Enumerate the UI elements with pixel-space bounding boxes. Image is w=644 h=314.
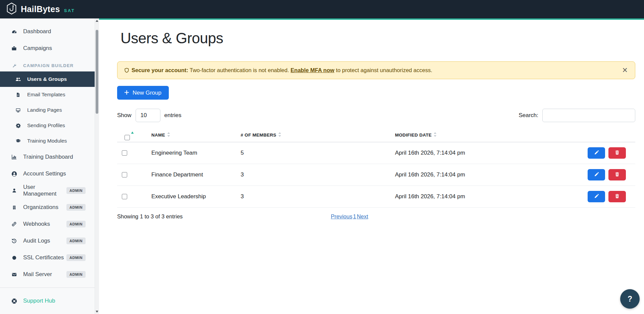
group-name: Executive Leadership: [147, 193, 236, 200]
page-title: Users & Groups: [120, 30, 635, 47]
users-icon: [14, 76, 22, 82]
sidebar-item-ssl-certificates[interactable]: SSL CertificatesADMIN: [0, 249, 99, 266]
mfa-warning-banner: Secure your account: Two-factor authenti…: [117, 61, 635, 79]
sidebar-item-label: User Management: [23, 184, 66, 197]
entries-count-input[interactable]: [136, 109, 160, 122]
edit-button[interactable]: [588, 191, 605, 202]
admin-badge: ADMIN: [66, 204, 86, 211]
member-count: 3: [236, 171, 390, 178]
sidebar-item-label: Campaigns: [23, 45, 52, 52]
wrench-icon: [10, 63, 18, 68]
column-header-members[interactable]: # OF MEMBERS: [236, 132, 390, 138]
modified-date: April 16th 2026, 7:14:04 pm: [390, 193, 578, 200]
sidebar-item-audit-logs[interactable]: Audit LogsADMIN: [0, 232, 99, 249]
sort-up-active-icon: [131, 130, 134, 135]
sidebar-item-label: Training Modules: [27, 138, 67, 144]
sidebar-item-sending-profiles[interactable]: Sending Profiles: [0, 118, 99, 133]
sidebar-item-support-hub[interactable]: Support Hub: [0, 293, 99, 309]
delete-button[interactable]: [608, 169, 626, 180]
delete-button[interactable]: [608, 191, 626, 202]
sidebar-nav: DashboardCampaignsCAMPAIGN BUILDERUsers …: [0, 23, 99, 314]
select-all-checkbox[interactable]: [125, 135, 130, 140]
sidebar-item-dashboard[interactable]: Dashboard: [0, 23, 99, 40]
sidebar-item-label: Audit Logs: [23, 238, 50, 244]
pencil-icon: [594, 150, 599, 156]
new-group-button[interactable]: New Group: [117, 86, 169, 100]
sidebar-scrollbar[interactable]: [95, 18, 99, 314]
pagination-1[interactable]: 1: [353, 213, 356, 220]
member-count: 5: [236, 150, 390, 156]
enable-mfa-link[interactable]: Enable MFA now: [291, 67, 334, 73]
sidebar-item-email-templates[interactable]: Email Templates: [0, 87, 99, 102]
edit-button[interactable]: [588, 147, 605, 159]
scrollbar-thumb[interactable]: [96, 30, 98, 114]
bar-chart-icon: [10, 154, 18, 160]
column-header-modified[interactable]: MODIFIED DATE: [390, 132, 578, 138]
sidebar: DashboardCampaignsCAMPAIGN BUILDERUsers …: [0, 18, 99, 314]
groups-table: NAME # OF MEMBERS MODIFIED DATE Engineer…: [117, 128, 635, 208]
sidebar-item-start-tutorial[interactable]: Start Tutorial: [0, 309, 99, 314]
sidebar-item-label: Account Settings: [23, 170, 66, 177]
trash-icon: [615, 194, 620, 200]
sidebar-item-label: Training Dashboard: [23, 154, 73, 160]
pagination-previous[interactable]: Previous: [331, 213, 352, 220]
edit-button[interactable]: [588, 169, 605, 180]
brand-suffix: SAT: [64, 8, 75, 13]
scrollbar-down-arrow-icon[interactable]: [95, 309, 99, 314]
modified-date: April 16th 2026, 7:14:04 pm: [390, 150, 578, 156]
sidebar-item-users-groups[interactable]: Users & Groups: [0, 71, 99, 87]
sidebar-item-webhooks[interactable]: WebhooksADMIN: [0, 216, 99, 232]
gear-icon: [14, 123, 22, 128]
sidebar-item-landing-pages[interactable]: Landing Pages: [0, 102, 99, 118]
sidebar-item-organizations[interactable]: OrganizationsADMIN: [0, 199, 99, 216]
sidebar-item-label: Email Templates: [27, 92, 65, 98]
sidebar-item-campaigns[interactable]: Campaigns: [0, 40, 99, 57]
sidebar-item-training-dashboard[interactable]: Training Dashboard: [0, 149, 99, 165]
brand-logo[interactable]: HailBytes SAT: [6, 2, 75, 16]
delete-button[interactable]: [608, 147, 626, 159]
file-icon: [14, 92, 22, 97]
hailbytes-hexagon-hook-icon: [6, 2, 17, 16]
admin-badge: ADMIN: [66, 271, 86, 278]
table-footer: Showing 1 to 3 of 3 entries Previous1Nex…: [117, 213, 635, 220]
admin-badge: ADMIN: [66, 221, 86, 227]
building-icon: [10, 205, 18, 210]
alert-text: Secure your account: Two-factor authenti…: [132, 67, 432, 73]
table-row: Finance Department3April 16th 2026, 7:14…: [117, 164, 635, 186]
help-button[interactable]: ?: [620, 289, 640, 309]
row-checkbox[interactable]: [122, 172, 127, 177]
scrollbar-up-arrow-icon[interactable]: [95, 18, 99, 23]
search-input[interactable]: [542, 109, 635, 122]
sidebar-item-label: Users & Groups: [27, 76, 67, 82]
row-checkbox[interactable]: [122, 194, 127, 199]
close-icon[interactable]: ×: [620, 66, 630, 75]
sidebar-item-label: Organizations: [23, 204, 58, 211]
envelope-icon: [10, 272, 18, 277]
table-controls: Show entries Search:: [117, 109, 635, 122]
sidebar-item-label: Support Hub: [23, 298, 55, 304]
sidebar-item-account-settings[interactable]: Account Settings: [0, 165, 99, 182]
group-name: Finance Department: [147, 171, 236, 178]
pagination-next[interactable]: Next: [357, 213, 368, 220]
table-row: Executive Leadership3April 16th 2026, 7:…: [117, 186, 635, 208]
member-count: 3: [236, 193, 390, 200]
showing-entries-text: Showing 1 to 3 of 3 entries: [117, 213, 331, 220]
sidebar-item-label: CAMPAIGN BUILDER: [23, 63, 73, 68]
row-checkbox[interactable]: [122, 150, 127, 156]
sidebar-item-label: Dashboard: [23, 28, 51, 35]
sidebar-item-mail-server[interactable]: Mail ServerADMIN: [0, 266, 99, 283]
user-circle-icon: [10, 171, 18, 177]
select-all-header[interactable]: [117, 130, 147, 140]
grad-cap-icon: [14, 138, 22, 144]
sidebar-item-user-management[interactable]: User ManagementADMIN: [0, 182, 99, 199]
entries-label: entries: [164, 112, 182, 119]
column-header-name[interactable]: NAME: [147, 132, 236, 138]
sidebar-item-training-modules[interactable]: Training Modules: [0, 133, 99, 149]
link-icon: [10, 221, 18, 227]
sort-icon: [167, 132, 170, 138]
group-name: Engineering Team: [147, 150, 236, 156]
admin-badge: ADMIN: [66, 254, 86, 261]
sidebar-item-label: Sending Profiles: [27, 122, 65, 128]
trash-icon: [615, 150, 620, 156]
search-label: Search:: [518, 112, 538, 119]
